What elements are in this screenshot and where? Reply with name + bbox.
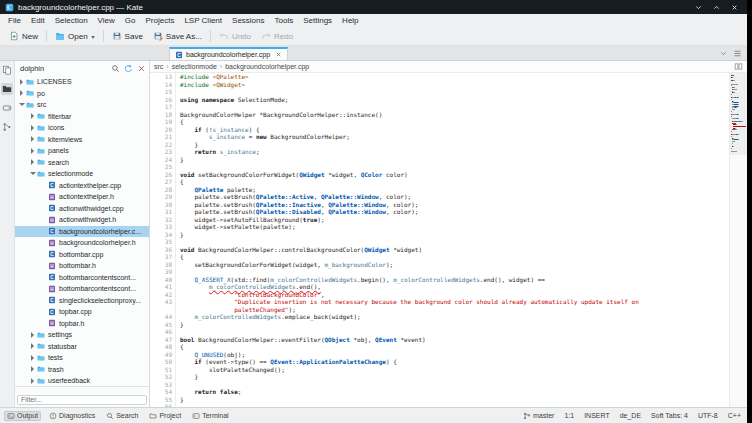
diagnostics-button[interactable]: Diagnostics [46, 411, 98, 421]
chevron-down-icon[interactable] [18, 101, 25, 108]
tree-item-topbar-h[interactable]: Htopbar.h [15, 318, 149, 330]
tree-item-statusbar[interactable]: statusbar [15, 341, 149, 353]
save-as-button[interactable]: Save As... [148, 29, 207, 43]
menu-lsp-client[interactable]: LSP Client [179, 16, 227, 25]
menu-view[interactable]: View [93, 16, 120, 25]
cursor-position-status[interactable]: 1:1 [564, 412, 574, 419]
code-line: palette.setBrush(QPalette::Inactive, QPa… [180, 201, 729, 209]
documents-toolview-button[interactable] [1, 64, 13, 76]
line-number: 23 [150, 148, 172, 156]
tree-item-singleclickselectionproxy[interactable]: Csingleclickselectionproxy... [15, 295, 149, 307]
menu-tools[interactable]: Tools [270, 16, 299, 25]
maximize-button[interactable] [712, 3, 721, 12]
menu-file[interactable]: File [3, 16, 26, 25]
line-number: 53 [150, 381, 172, 389]
close-button[interactable] [730, 3, 739, 12]
save-button[interactable]: Save [107, 29, 148, 43]
document-switcher-button[interactable] [719, 49, 728, 58]
filter-input[interactable] [17, 395, 147, 405]
git-branch-status[interactable]: master [523, 412, 554, 420]
tree-item-kitemviews[interactable]: kitemviews [15, 134, 149, 146]
menu-edit[interactable]: Edit [26, 16, 50, 25]
tree-item-tests[interactable]: tests [15, 352, 149, 364]
chevron-down-icon[interactable] [29, 170, 36, 177]
tree-item-backgroundcolorhelper-c[interactable]: Cbackgroundcolorhelper.c... [15, 226, 149, 238]
dictionary-status[interactable]: de_DE [620, 412, 641, 419]
new-button[interactable]: New [4, 29, 43, 43]
menu-help[interactable]: Help [337, 16, 363, 25]
split-view-icon[interactable] [734, 62, 743, 71]
indent-mode-status[interactable]: Soft Tabs: 4 [651, 412, 688, 419]
line-number: 49 [150, 351, 172, 359]
code-text[interactable]: #include <QPalette>#include <QWidget> us… [176, 73, 729, 407]
terminal-button[interactable]: Terminal [189, 411, 231, 421]
chevron-right-icon[interactable] [29, 366, 36, 373]
open-button[interactable]: Open▾ [50, 29, 100, 43]
chevron-right-icon[interactable] [29, 124, 36, 131]
projects-toolview-button[interactable] [1, 83, 13, 95]
tree-item-bottombarcontentscont[interactable]: Hbottombarcontentscont... [15, 283, 149, 295]
menu-sessions[interactable]: Sessions [227, 16, 269, 25]
tree-item-bottombar-cpp[interactable]: Cbottombar.cpp [15, 249, 149, 261]
no-expander [40, 262, 47, 269]
menu-selection[interactable]: Selection [50, 16, 93, 25]
document-list-button[interactable] [733, 49, 742, 58]
tree-item-licenses[interactable]: LICENSES [15, 76, 149, 88]
close-icon[interactable] [275, 51, 282, 58]
tree-item-search[interactable]: search [15, 157, 149, 169]
tree-item-trash[interactable]: trash [15, 364, 149, 376]
output-button[interactable]: Output [4, 411, 41, 421]
breadcrumb-item-selectionmode[interactable]: selectionmode [172, 63, 217, 70]
minimize-button[interactable] [694, 3, 703, 12]
chevron-right-icon[interactable] [29, 113, 36, 120]
menu-go[interactable]: Go [120, 16, 141, 25]
encoding-status[interactable]: UTF-8 [698, 412, 718, 419]
tree-item-bottombarcontentscont[interactable]: Cbottombarcontentscont... [15, 272, 149, 284]
insert-mode-status[interactable]: INSERT [584, 412, 610, 419]
highlight-mode-status[interactable]: C++ [728, 412, 741, 419]
project-button[interactable]: Project [146, 411, 184, 421]
code-line: slotPaletteChanged(); [180, 366, 729, 374]
menu-settings[interactable]: Settings [298, 16, 337, 25]
tab-backgroundcolorhelper-cpp[interactable]: Cbackgroundcolorhelper.cpp [169, 47, 288, 60]
tree-item-selectionmode[interactable]: selectionmode [15, 168, 149, 180]
tree-item-actiontexthelper-cpp[interactable]: Cactiontexthelper.cpp [15, 180, 149, 192]
reload-icon[interactable] [124, 64, 133, 73]
panel-close-icon[interactable] [137, 64, 146, 73]
breadcrumb-item-src[interactable]: src [154, 63, 163, 70]
tree-item-actionwithwidget-cpp[interactable]: Cactionwithwidget.cpp [15, 203, 149, 215]
tree-item-filterbar[interactable]: filterbar [15, 111, 149, 123]
project-search-icon[interactable] [111, 64, 120, 73]
tree-item-bottombar-h[interactable]: Hbottombar.h [15, 260, 149, 272]
tree-item-panels[interactable]: panels [15, 145, 149, 157]
chevron-right-icon[interactable] [18, 90, 25, 97]
tree-item-po[interactable]: po [15, 88, 149, 100]
tree-item-label: LICENSES [37, 78, 72, 85]
chevron-right-icon[interactable] [18, 78, 25, 85]
tree-item-topbar-cpp[interactable]: Ctopbar.cpp [15, 306, 149, 318]
search-button[interactable]: Search [103, 411, 141, 421]
tree-item-backgroundcolorhelper-h[interactable]: Hbackgroundcolorhelper.h [15, 237, 149, 249]
minimap-scrollbar[interactable] [729, 73, 747, 407]
git-toolview-button[interactable] [1, 121, 13, 133]
chevron-right-icon[interactable] [29, 136, 36, 143]
tree-item-src[interactable]: src [15, 99, 149, 111]
tree-item-userfeedback[interactable]: userfeedback [15, 375, 149, 386]
menu-projects[interactable]: Projects [140, 16, 179, 25]
chevron-right-icon[interactable] [29, 343, 36, 350]
chevron-right-icon[interactable] [29, 159, 36, 166]
tree-item-settings[interactable]: settings [15, 329, 149, 341]
cpp-file-icon: C [48, 273, 56, 281]
project-name[interactable]: dolphin [18, 64, 107, 73]
breadcrumb-item-backgroundcolorhelper-cpp[interactable]: backgroundcolorhelper.cpp [225, 63, 309, 70]
tree-item-actiontexthelper-h[interactable]: Hactiontexthelper.h [15, 191, 149, 203]
chevron-right-icon[interactable] [29, 354, 36, 361]
chevron-right-icon[interactable] [29, 147, 36, 154]
tree-item-actionwithwidget-h[interactable]: Hactionwithwidget.h [15, 214, 149, 226]
chevron-right-icon[interactable] [29, 377, 36, 384]
chevron-right-icon[interactable] [29, 331, 36, 338]
no-expander [40, 193, 47, 200]
tree-item-icons[interactable]: icons [15, 122, 149, 134]
filesystem-toolview-button[interactable] [1, 102, 13, 114]
toolbar-separator [210, 30, 211, 42]
